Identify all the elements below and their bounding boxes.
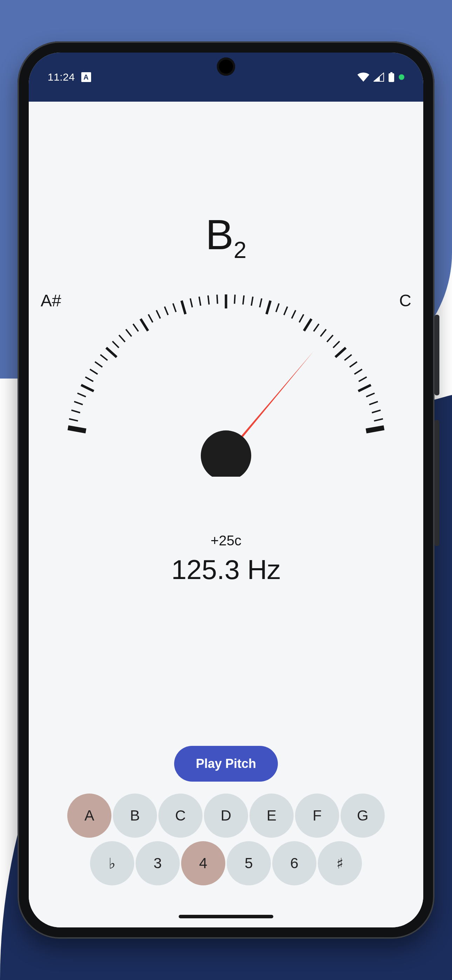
note-key-E[interactable]: E [250, 794, 294, 838]
svg-line-20 [165, 307, 168, 315]
modifier-key-row: ♭3456♯ [90, 841, 362, 885]
svg-line-40 [327, 335, 333, 342]
mod-key-5[interactable]: 5 [227, 841, 271, 885]
svg-rect-1 [388, 73, 394, 82]
svg-line-39 [321, 329, 326, 336]
svg-line-21 [173, 304, 176, 312]
mod-key-6[interactable]: 6 [272, 841, 317, 885]
cents-readout: +25c [29, 533, 423, 549]
svg-line-44 [350, 362, 357, 367]
phone-side-button [434, 315, 439, 395]
svg-line-7 [81, 385, 94, 391]
svg-line-3 [69, 419, 78, 421]
svg-line-30 [251, 296, 253, 305]
mod-key-♯[interactable]: ♯ [318, 841, 362, 885]
status-time: 11:24 [48, 71, 75, 83]
camera-active-dot-icon [399, 74, 404, 80]
svg-line-35 [292, 310, 296, 318]
svg-line-28 [234, 295, 235, 304]
svg-line-42 [335, 348, 346, 357]
svg-line-29 [243, 296, 244, 305]
frequency-readout: 125.3 Hz [29, 554, 423, 586]
svg-line-51 [374, 419, 383, 421]
wifi-icon [357, 73, 369, 82]
svg-line-43 [344, 355, 352, 360]
svg-line-15 [126, 329, 131, 336]
battery-icon [388, 72, 395, 82]
svg-line-52 [366, 428, 384, 431]
phone-frame: 11:24 A B2 A# C [18, 41, 434, 939]
mod-key-3[interactable]: 3 [135, 841, 180, 885]
svg-line-11 [100, 355, 108, 360]
svg-point-54 [201, 430, 251, 477]
svg-line-16 [133, 324, 138, 331]
svg-line-8 [85, 377, 93, 382]
phone-camera-cutout [217, 57, 235, 76]
note-key-G[interactable]: G [341, 794, 385, 838]
cellular-icon [374, 73, 384, 82]
svg-line-19 [156, 310, 160, 318]
svg-line-18 [148, 314, 153, 323]
pitch-selector: ABCDEFG ♭3456♯ [67, 794, 385, 885]
mod-key-♭[interactable]: ♭ [90, 841, 134, 885]
svg-line-26 [217, 295, 217, 304]
svg-line-50 [372, 410, 380, 412]
note-key-F[interactable]: F [295, 794, 339, 838]
svg-line-34 [284, 307, 287, 315]
keyboard-icon: A [81, 72, 91, 82]
svg-line-36 [299, 314, 304, 323]
svg-line-23 [190, 298, 193, 307]
tuner-panel: B2 A# C +25c 125.3 Hz Play Pitch ABCDEFG… [29, 102, 423, 928]
phone-screen: 11:24 A B2 A# C [29, 52, 423, 928]
svg-line-22 [181, 301, 185, 314]
svg-line-10 [95, 362, 102, 367]
svg-line-25 [208, 296, 209, 305]
note-key-row: ABCDEFG [67, 794, 385, 838]
note-key-C[interactable]: C [158, 794, 202, 838]
svg-marker-53 [236, 351, 314, 443]
svg-line-5 [74, 402, 83, 405]
svg-line-47 [358, 385, 371, 391]
target-note-label: B2 [29, 210, 423, 263]
svg-line-9 [90, 369, 98, 374]
svg-line-37 [304, 319, 312, 331]
svg-line-6 [78, 393, 86, 397]
svg-line-49 [369, 402, 378, 405]
svg-line-2 [68, 428, 86, 431]
note-key-D[interactable]: D [204, 794, 248, 838]
tuner-gauge [29, 266, 423, 477]
phone-side-button [434, 420, 439, 546]
mod-key-4[interactable]: 4 [181, 841, 225, 885]
android-nav-pill[interactable] [179, 915, 273, 918]
svg-line-48 [366, 393, 374, 397]
svg-line-38 [314, 324, 319, 331]
svg-line-45 [354, 369, 362, 374]
svg-line-13 [113, 341, 119, 348]
svg-line-4 [72, 410, 80, 412]
svg-line-14 [119, 335, 125, 342]
svg-line-32 [267, 301, 271, 314]
svg-line-31 [259, 298, 262, 307]
controls-panel: Play Pitch ABCDEFG ♭3456♯ [29, 746, 423, 885]
note-key-A[interactable]: A [67, 794, 111, 838]
svg-line-46 [359, 377, 367, 382]
play-pitch-button[interactable]: Play Pitch [174, 746, 278, 782]
svg-line-41 [333, 341, 339, 348]
target-note-octave: 2 [234, 237, 247, 263]
svg-line-12 [106, 348, 117, 357]
svg-rect-0 [390, 72, 392, 73]
svg-line-17 [140, 319, 148, 331]
note-key-B[interactable]: B [113, 794, 157, 838]
target-note-name: B [206, 211, 234, 258]
svg-line-24 [199, 296, 201, 305]
svg-line-33 [276, 304, 279, 312]
